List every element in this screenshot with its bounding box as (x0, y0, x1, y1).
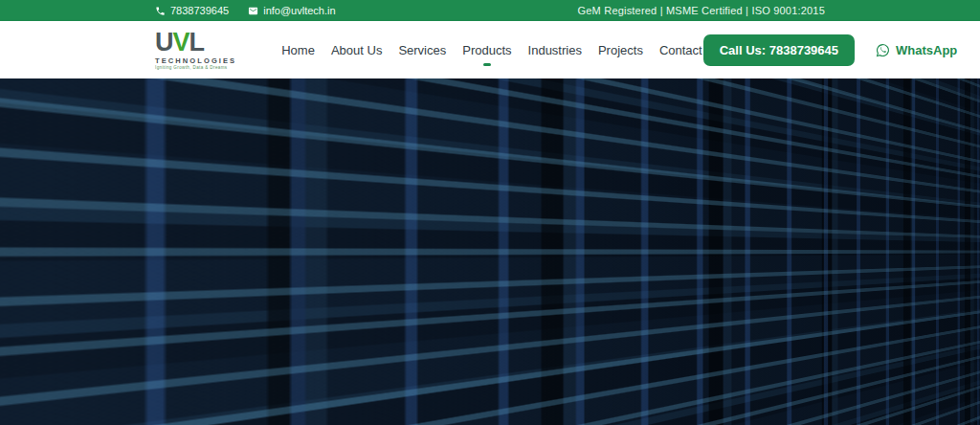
certification-badges: GeM Registered | MSME Certified | ISO 90… (578, 5, 825, 16)
hero-content: Transforming Urban Infrastructure Smart … (158, 209, 534, 392)
nav-item-contact[interactable]: Contact (658, 39, 703, 61)
chevron-left-icon: ‹ (35, 280, 42, 299)
topbar-email-address: info@uvltech.in (263, 5, 335, 16)
hero-eyebrow: Transforming Urban Infrastructure (158, 209, 534, 226)
topbar-phone[interactable]: 7838739645 (155, 5, 229, 16)
whatsapp-link[interactable]: WhatsApp (876, 43, 957, 57)
nav-menu: Home About Us Services Products Industri… (280, 39, 703, 61)
nav-item-projects[interactable]: Projects (597, 39, 644, 61)
get-started-button[interactable]: Get Started (158, 357, 281, 392)
phone-icon (155, 6, 166, 16)
chevron-right-icon: › (947, 280, 954, 299)
logo-tagline: Igniting Growth, Data & Dreams (155, 66, 236, 71)
envelope-icon (248, 6, 258, 16)
logo[interactable]: UVL TECHNOLOGIES Igniting Growth, Data &… (155, 30, 236, 71)
hero-description: Comprehensive IT solutions for modern sm… (158, 293, 474, 336)
logo-subtitle: TECHNOLOGIES (155, 57, 236, 65)
whatsapp-icon (876, 43, 890, 57)
whatsapp-label: WhatsApp (896, 43, 957, 57)
topbar-phone-number: 7838739645 (170, 5, 229, 16)
navbar: UVL TECHNOLOGIES Igniting Growth, Data &… (0, 21, 980, 78)
hero-carousel: Transforming Urban Infrastructure Smart … (0, 78, 980, 425)
hero-title: Smart City Solutions (158, 235, 534, 280)
learn-more-button[interactable]: Learn More (316, 366, 405, 384)
nav-item-services[interactable]: Services (397, 39, 447, 61)
topbar-email[interactable]: info@uvltech.in (248, 5, 335, 16)
carousel-prev-button[interactable]: ‹ (22, 274, 55, 306)
carousel-next-button[interactable]: › (934, 274, 967, 306)
nav-item-products[interactable]: Products (461, 39, 512, 61)
nav-item-about-us[interactable]: About Us (330, 39, 383, 61)
logo-wordmark: UVL (155, 30, 236, 56)
nav-item-industries[interactable]: Industries (527, 39, 583, 61)
topbar: 7838739645 info@uvltech.in GeM Registere… (0, 0, 980, 21)
call-us-button[interactable]: Call Us: 7838739645 (703, 34, 855, 66)
nav-item-home[interactable]: Home (280, 39, 316, 61)
